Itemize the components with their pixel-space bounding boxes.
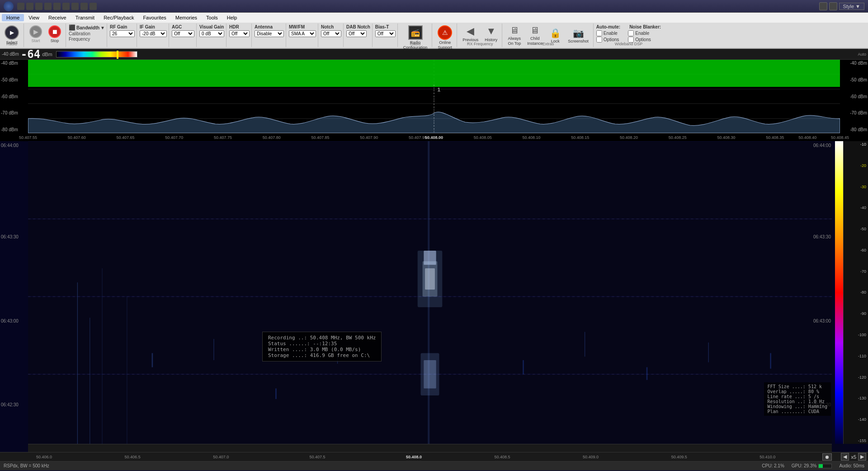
if-gain-group: IF Gain -20 dB-15 dB-10 dB0 dB [138, 24, 169, 47]
hdr-select[interactable]: OffOn [229, 30, 250, 37]
time-label-0642-30-left: 06:42:30 [1, 402, 19, 407]
frequency-button[interactable]: Frequency [69, 37, 90, 42]
auto-mute-enable-checkbox[interactable] [596, 30, 602, 36]
agc-group: AGC OffOn [170, 24, 197, 47]
status-device: RSPdx, BW = 500 kHz [4, 463, 755, 468]
menu-favourites[interactable]: Favourites [138, 14, 170, 21]
previous-button[interactable]: ◀ Previous [460, 24, 481, 43]
online-support-group: ⚠ Online Support [433, 24, 457, 47]
spectrum-plot-area[interactable]: -40 dBm -50 dBm -60 dBm -70 dBm -80 dBm … [0, 60, 868, 141]
y-axis-right: -40 dBm -50 dBm -60 dBm -70 dBm -80 dBm [840, 60, 868, 133]
svg-rect-29 [152, 353, 153, 367]
style-button[interactable]: Style ▼ [839, 3, 864, 10]
radio-config-button[interactable]: 📻 Radio Configuration [401, 24, 430, 51]
db-value: -64 [21, 49, 40, 60]
titlebar-icon-4 [44, 3, 52, 10]
db-level-label: -40 dBm [2, 52, 19, 57]
menu-memories[interactable]: Memories [171, 14, 202, 21]
menu-receive[interactable]: Receive [44, 14, 71, 21]
agc-select[interactable]: OffOn [172, 30, 194, 37]
history-button[interactable]: ▼ History [482, 24, 500, 43]
menu-home[interactable]: Home [2, 14, 24, 21]
antenna-select[interactable]: DisableSMA ASMA B [255, 30, 284, 37]
zoom-in-button[interactable]: ◀ [841, 453, 849, 461]
statusbar: RSPdx, BW = 500 kHz CPU: 2.1% GPU: 29.3%… [0, 461, 868, 470]
svg-rect-35 [646, 367, 648, 380]
main-display: -40 dBm -64 dBm Auto -40 dBm -50 dBm -60… [0, 49, 868, 461]
svg-rect-37 [770, 353, 771, 368]
stop-button[interactable]: ⏹ Stop [46, 24, 64, 44]
time-label-0643-right: 06:43:00 [813, 319, 831, 324]
mwfm-select[interactable]: SMA ASMA B [289, 30, 316, 37]
svg-rect-23 [425, 268, 435, 290]
status-cpu: CPU: 2.1% [762, 463, 784, 468]
bandwidth-button[interactable]: ⬛ Bandwidth ▼ [69, 24, 105, 31]
visual-gain-group: Visual Gain 0 dB5 dB-5 dB [198, 24, 226, 47]
dab-notch-group: DAB Notch OffOn [344, 24, 373, 47]
svg-rect-34 [585, 332, 585, 357]
calibration-button[interactable]: Calibration [69, 31, 90, 36]
recording-line-2: Status ......: --:12:35 [268, 341, 376, 347]
color-gradient-bar [835, 141, 843, 444]
if-gain-select[interactable]: -20 dB-15 dB-10 dB0 dB [140, 30, 167, 37]
menu-help[interactable]: Help [222, 14, 242, 21]
db-unit: dBm [42, 52, 52, 57]
start-stop-group: ▶ Start ⏹ Stop [25, 24, 66, 47]
fft-plan: Plan ........: CUDA [768, 409, 827, 414]
select-radio-group: ▶ Select Radio [0, 24, 24, 47]
titlebar-icon-8 [80, 3, 88, 10]
fft-windowing: Windowing ...: Hamming [768, 404, 827, 409]
menu-recplayback[interactable]: Rec/Playback [99, 14, 138, 21]
rf-gain-group: RF Gain 2620140 [108, 24, 137, 47]
level-meter-gradient[interactable] [56, 51, 137, 57]
time-label-0644-right: 06:44:00 [813, 143, 831, 148]
mwfm-group: MW/FM SMA ASMA B [287, 24, 318, 47]
noise-blanker-enable-checkbox[interactable] [628, 30, 634, 36]
menu-tools[interactable]: Tools [202, 14, 222, 21]
rf-gain-select[interactable]: 2620140 [110, 30, 135, 37]
bottom-freq-bar: 50.406.0 50.406.5 50.407.0 50.407.5 50.4… [0, 452, 868, 461]
start-button[interactable]: ▶ Start [27, 24, 45, 44]
auto-mute-enable-label: Enable [596, 30, 619, 36]
notch-select[interactable]: OffOn [321, 30, 341, 37]
svg-rect-26 [424, 360, 436, 388]
bw-cal-group: ⬛ Bandwidth ▼ Calibration Frequency [67, 24, 107, 47]
waterfall-area[interactable]: 06:44:00 06:43:30 06:43:00 06:42:30 06:4… [0, 141, 868, 452]
titlebar-icon-5 [53, 3, 61, 10]
titlebar-icon-3 [35, 3, 42, 10]
fft-overlap: Overlap .....: 80 % [768, 389, 827, 394]
svg-rect-31 [275, 388, 277, 399]
menubar: Home View Receive Transmit Rec/Playback … [0, 13, 868, 23]
bias-t-group: Bias-T OffOn [373, 24, 398, 47]
bias-t-select[interactable]: OffOn [375, 30, 396, 37]
dab-notch-select[interactable]: OffOn [346, 30, 367, 37]
titlebar-icon-6 [62, 3, 70, 10]
prev-history-group: ◀ Previous ▼ History RX Frequency [458, 24, 502, 47]
auto-label[interactable]: Auto [858, 52, 866, 57]
y-axis-left: -40 dBm -50 dBm -60 dBm -70 dBm -80 dBm [0, 60, 28, 133]
titlebar-btn-2[interactable] [829, 2, 837, 10]
menu-transmit[interactable]: Transmit [71, 14, 99, 21]
zoom-level: x5 [851, 454, 856, 460]
transport-controls: ⏺ [822, 453, 832, 461]
noise-blanker-enable-label: Enable [628, 30, 651, 36]
status-audio: Audio: 50ms [839, 463, 864, 468]
svg-rect-7 [28, 60, 840, 87]
recording-line-3: Written ....: 3.0 MB (0.0 MB/s) [268, 347, 376, 352]
wideband-dsp-group: Auto-mute: Noise Blanker: Enable Options [594, 24, 663, 47]
time-label-0643-30-left: 06:43:30 [1, 234, 19, 239]
online-support-button[interactable]: ⚠ Online Support [435, 24, 455, 51]
titlebar-btn-1[interactable] [819, 2, 827, 10]
fft-size: FFT Size ....: 512 k [768, 384, 827, 389]
waterfall-svg [28, 141, 832, 452]
visual-gain-select[interactable]: 0 dB5 dB-5 dB [199, 30, 224, 37]
notch-group: Notch OffOn [319, 24, 344, 47]
spectrum-svg[interactable]: 1 [28, 60, 840, 133]
record-button[interactable]: ⏺ [822, 453, 832, 461]
radio-config-group: 📻 Radio Configuration Radio [399, 24, 433, 47]
level-bar-area: -40 dBm -64 dBm Auto [0, 49, 868, 60]
zoom-out-button[interactable]: ▶ [858, 453, 866, 461]
menu-view[interactable]: View [24, 14, 44, 21]
waterfall-freq-axis [28, 444, 832, 452]
svg-rect-24 [424, 251, 436, 265]
